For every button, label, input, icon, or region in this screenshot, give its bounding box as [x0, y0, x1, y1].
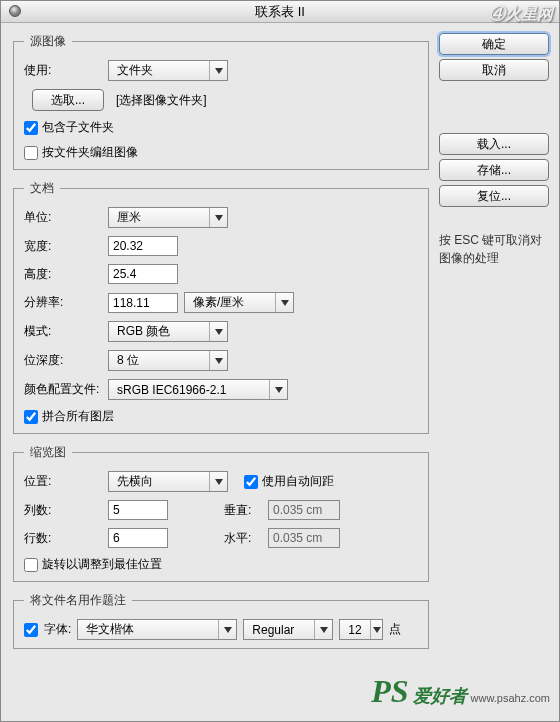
label-font: 字体: [44, 621, 71, 638]
label-mode: 模式: [24, 323, 102, 340]
label-rows: 行数: [24, 530, 102, 547]
group-document: 文档 单位: 厘米 宽度: 高度: 分辨率: [13, 180, 429, 434]
titlebar: 联系表 II ④火星网 [1, 1, 559, 23]
chevron-down-icon [209, 208, 227, 227]
cancel-button[interactable]: 取消 [439, 59, 549, 81]
hint-esc: 按 ESC 键可取消对图像的处理 [439, 231, 549, 267]
label-include-sub: 包含子文件夹 [42, 119, 114, 136]
select-unit[interactable]: 厘米 [108, 207, 228, 228]
chevron-down-icon [209, 472, 227, 491]
checkbox-auto-space[interactable] [244, 475, 258, 489]
checkbox-flatten[interactable] [24, 410, 38, 424]
label-horz: 水平: [224, 530, 260, 547]
chevron-down-icon [269, 380, 287, 399]
select-use[interactable]: 文件夹 [108, 60, 228, 81]
input-cols[interactable] [108, 500, 168, 520]
label-pt: 点 [389, 621, 401, 638]
select-font[interactable]: 华文楷体 [77, 619, 237, 640]
select-size-value: 12 [340, 623, 369, 637]
select-mode[interactable]: RGB 颜色 [108, 321, 228, 342]
select-res-unit-value: 像素/厘米 [185, 294, 275, 311]
ok-button[interactable]: 确定 [439, 33, 549, 55]
save-button[interactable]: 存储... [439, 159, 549, 181]
label-vert: 垂直: [224, 502, 260, 519]
input-resolution[interactable] [108, 293, 178, 313]
select-mode-value: RGB 颜色 [109, 323, 209, 340]
value-vert: 0.035 cm [268, 500, 340, 520]
select-font-value: 华文楷体 [78, 621, 218, 638]
label-profile: 颜色配置文件: [24, 381, 102, 398]
checkbox-group-folder[interactable] [24, 146, 38, 160]
chevron-down-icon [314, 620, 332, 639]
load-button[interactable]: 载入... [439, 133, 549, 155]
group-caption: 将文件名用作题注 字体: 华文楷体 Regular 12 [13, 592, 429, 649]
chevron-down-icon [209, 351, 227, 370]
label-unit: 单位: [24, 209, 102, 226]
close-button[interactable] [9, 5, 21, 17]
input-width[interactable] [108, 236, 178, 256]
chevron-down-icon [209, 61, 227, 80]
chevron-down-icon [218, 620, 236, 639]
chevron-down-icon [209, 322, 227, 341]
select-font-size[interactable]: 12 [339, 619, 383, 640]
input-rows[interactable] [108, 528, 168, 548]
legend-caption: 将文件名用作题注 [24, 592, 132, 609]
select-place-value: 先横向 [109, 473, 209, 490]
select-unit-value: 厘米 [109, 209, 209, 226]
legend-thumbnail: 缩览图 [24, 444, 72, 461]
select-depth[interactable]: 8 位 [108, 350, 228, 371]
select-profile[interactable]: sRGB IEC61966-2.1 [108, 379, 288, 400]
window-title: 联系表 II [255, 4, 305, 19]
choose-hint: [选择图像文件夹] [116, 92, 207, 109]
label-height: 高度: [24, 266, 102, 283]
select-profile-value: sRGB IEC61966-2.1 [109, 383, 269, 397]
watermark-top: ④火星网 [489, 3, 553, 25]
select-style-value: Regular [244, 623, 314, 637]
label-auto-space: 使用自动间距 [262, 473, 334, 490]
value-horz: 0.035 cm [268, 528, 340, 548]
select-use-value: 文件夹 [109, 62, 209, 79]
select-font-style[interactable]: Regular [243, 619, 333, 640]
label-use: 使用: [24, 62, 102, 79]
label-resolution: 分辨率: [24, 294, 102, 311]
select-depth-value: 8 位 [109, 352, 209, 369]
input-height[interactable] [108, 264, 178, 284]
label-flatten: 拼合所有图层 [42, 408, 114, 425]
label-rotate: 旋转以调整到最佳位置 [42, 556, 162, 573]
legend-source: 源图像 [24, 33, 72, 50]
label-depth: 位深度: [24, 352, 102, 369]
checkbox-caption[interactable] [24, 623, 38, 637]
label-place: 位置: [24, 473, 102, 490]
chevron-down-icon [370, 620, 383, 639]
select-res-unit[interactable]: 像素/厘米 [184, 292, 294, 313]
checkbox-include-sub[interactable] [24, 121, 38, 135]
legend-document: 文档 [24, 180, 60, 197]
label-width: 宽度: [24, 238, 102, 255]
group-source: 源图像 使用: 文件夹 选取... [选择图像文件夹] 包含子文件夹 [13, 33, 429, 170]
choose-button[interactable]: 选取... [32, 89, 104, 111]
group-thumbnail: 缩览图 位置: 先横向 使用自动间距 列数: 垂直 [13, 444, 429, 582]
chevron-down-icon [275, 293, 293, 312]
checkbox-rotate[interactable] [24, 558, 38, 572]
label-cols: 列数: [24, 502, 102, 519]
reset-button[interactable]: 复位... [439, 185, 549, 207]
select-place[interactable]: 先横向 [108, 471, 228, 492]
label-group-folder: 按文件夹编组图像 [42, 144, 138, 161]
